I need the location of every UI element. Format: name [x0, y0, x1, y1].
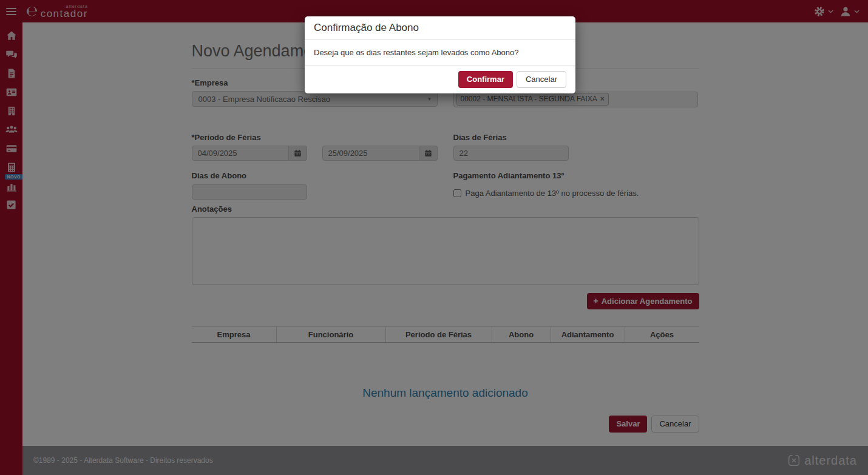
- app-screen: ℮ alterdata contador: [0, 0, 868, 475]
- modal-title: Confirmação de Abono: [314, 22, 566, 34]
- modal-cancelar-button[interactable]: Cancelar: [517, 71, 566, 88]
- modal-body-text: Deseja que os dias restantes sejam levad…: [305, 40, 575, 65]
- modal-footer: Confirmar Cancelar: [305, 65, 575, 93]
- modal-header: Confirmação de Abono: [305, 16, 575, 40]
- confirmar-button[interactable]: Confirmar: [458, 71, 513, 88]
- confirmacao-abono-modal: Confirmação de Abono Deseja que os dias …: [305, 16, 575, 93]
